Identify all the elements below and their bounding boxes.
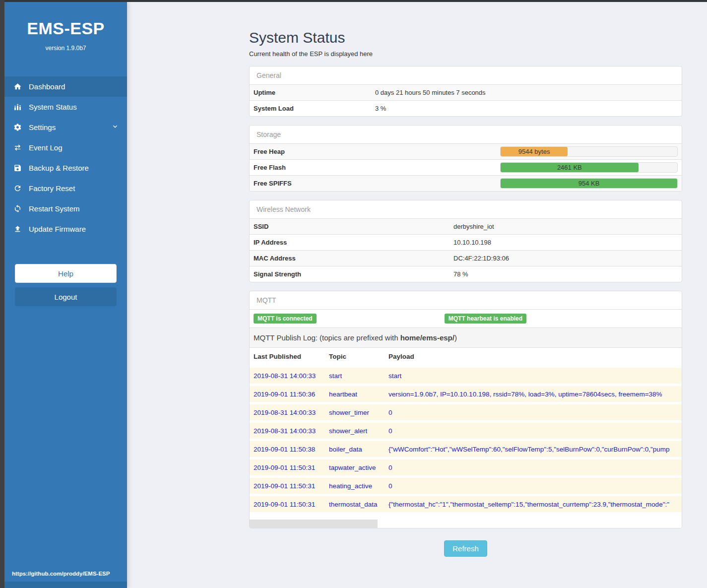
free-heap-label: Free Heap [250,144,500,159]
sidebar-item-label: System Status [29,103,77,111]
cell-last-published: 2019-09-01 11:50:38 [250,446,329,453]
free-heap-row: Free Heap 9544 bytes [250,143,682,159]
horizontal-scrollbar [250,520,682,528]
system-load-row: System Load 3 % [250,100,682,116]
cell-payload: 0 [388,464,682,471]
mqtt-table-header: Last Published Topic Payload [250,347,682,365]
sync-icon [12,204,22,213]
sidebar-item-backup-restore[interactable]: Backup & Restore [4,158,127,178]
sidebar-item-restart-system[interactable]: Restart System [4,198,127,219]
mqtt-publish-log-label: MQTT Publish Log: (topics are prefixed w… [250,327,682,347]
window-top-edge [0,0,707,2]
ip-address-value: 10.10.10.198 [453,235,495,250]
free-flash-progress-fill: 2461 KB [501,163,639,172]
sidebar-footer-bar [4,582,127,588]
cell-payload: version=1.9.0b7, IP=10.10.10.198, rssid=… [388,391,682,398]
ssid-row: SSID derbyshire_iot [250,218,682,234]
page-title: System Status [249,30,682,46]
horizontal-scrollbar-thumb[interactable] [250,520,378,528]
home-icon [12,82,22,91]
cell-topic: boiler_data [329,446,388,453]
sidebar-item-label: Restart System [29,204,80,213]
system-load-label: System Load [250,101,375,116]
cell-topic: shower_alert [329,427,388,435]
cell-topic: heating_active [329,482,388,490]
cell-last-published: 2019-08-31 14:00:33 [250,372,329,380]
mqtt-badges-row: MQTT is connected MQTT hearbeat is enabl… [250,309,682,327]
signal-strength-row: Signal Strength 78 % [250,266,682,282]
help-button[interactable]: Help [15,264,117,283]
cell-payload: 0 [388,427,682,435]
sidebar-item-update-firmware[interactable]: Update Firmware [4,219,127,239]
sidebar-buttons: Help Logout [4,264,127,306]
cell-payload: start [388,372,682,380]
sidebar-nav: Dashboard System Status Settings Event L… [4,76,127,239]
github-link[interactable]: https://github.com/proddy/EMS-ESP [4,571,127,582]
table-row: 2019-08-31 14:00:33 shower_timer 0 [250,404,682,420]
cell-topic: tapwater_active [329,464,388,471]
window-left-edge [0,0,4,588]
free-heap-progress: 9544 bytes [500,146,678,157]
wireless-panel: Wireless Network SSID derbyshire_iot IP … [249,200,682,282]
page-subtitle: Current health of the ESP is displayed h… [249,50,682,58]
mqtt-heartbeat-badge: MQTT hearbeat is enabled [445,314,526,324]
app-version: version 1.9.0b7 [4,45,127,52]
sidebar-item-system-status[interactable]: System Status [4,97,127,117]
sidebar-item-factory-reset[interactable]: Factory Reset [4,178,127,198]
sidebar-item-label: Backup & Restore [29,164,89,172]
cell-topic: start [329,372,388,380]
signal-strength-label: Signal Strength [250,266,453,282]
app-title: EMS-ESP [4,19,127,38]
sidebar-item-dashboard[interactable]: Dashboard [4,76,127,97]
cell-topic: thermostat_data [329,501,388,508]
cell-last-published: 2019-09-01 11:50:31 [250,464,329,471]
table-row: 2019-09-01 11:50:31 thermostat_data {"th… [250,496,682,512]
table-row: 2019-09-01 11:50:36 heartbeat version=1.… [250,386,682,402]
mqtt-table-body: 2019-08-31 14:00:33 start start 2019-09-… [250,365,682,520]
cell-payload: 0 [388,482,682,490]
sidebar-item-label: Dashboard [29,82,65,91]
ip-address-row: IP Address 10.10.10.198 [250,234,682,250]
free-heap-progress-fill: 9544 bytes [501,147,568,156]
mac-address-value: DC:4F:22:1D:93:06 [453,251,513,266]
wireless-panel-header: Wireless Network [250,200,682,218]
general-panel-header: General [250,66,682,84]
cell-topic: shower_timer [329,409,388,416]
mac-address-row: MAC Address DC:4F:22:1D:93:06 [250,250,682,266]
table-row: 2019-08-31 14:00:33 start start [250,368,682,384]
column-last-published: Last Published [250,353,329,360]
brand: EMS-ESP version 1.9.0b7 [4,2,127,52]
sidebar-item-label: Settings [29,123,56,131]
uptime-label: Uptime [250,85,375,100]
ssid-value: derbyshire_iot [453,219,498,234]
free-flash-label: Free Flash [250,160,500,175]
storage-panel: Storage Free Heap 9544 bytes Free Flash … [249,125,682,192]
ssid-label: SSID [250,219,453,234]
column-topic: Topic [329,353,388,360]
mac-address-label: MAC Address [250,251,453,266]
cell-payload: {"thermostat_hc":"1","thermostat_seltemp… [388,501,682,508]
main-content: System Status Current health of the ESP … [127,2,707,588]
sidebar-footer: https://github.com/proddy/EMS-ESP [4,571,127,588]
free-flash-row: Free Flash 2461 KB [250,159,682,175]
table-row: 2019-09-01 11:50:38 boiler_data {"wWComf… [250,441,682,457]
gear-icon [12,123,22,132]
sidebar-item-settings[interactable]: Settings [4,117,127,137]
refresh-button[interactable]: Refresh [444,540,487,557]
sidebar: EMS-ESP version 1.9.0b7 Dashboard System… [4,2,127,588]
logout-button[interactable]: Logout [15,287,117,306]
storage-panel-header: Storage [250,126,682,143]
cell-last-published: 2019-09-01 11:50:31 [250,501,329,508]
sidebar-item-label: Update Firmware [29,225,86,233]
sidebar-item-event-log[interactable]: Event Log [4,137,127,158]
exchange-icon [12,143,22,152]
table-row: 2019-08-31 14:00:33 shower_alert 0 [250,423,682,439]
free-spiffs-label: Free SPIFFS [250,176,500,191]
cell-topic: heartbeat [329,391,388,398]
chart-icon [12,103,22,112]
mqtt-panel: MQTT MQTT is connected MQTT hearbeat is … [249,291,682,528]
signal-strength-value: 78 % [453,266,472,282]
table-row: 2019-09-01 11:50:31 heating_active 0 [250,478,682,494]
free-spiffs-row: Free SPIFFS 954 KB [250,175,682,191]
cell-last-published: 2019-09-01 11:50:31 [250,482,329,490]
